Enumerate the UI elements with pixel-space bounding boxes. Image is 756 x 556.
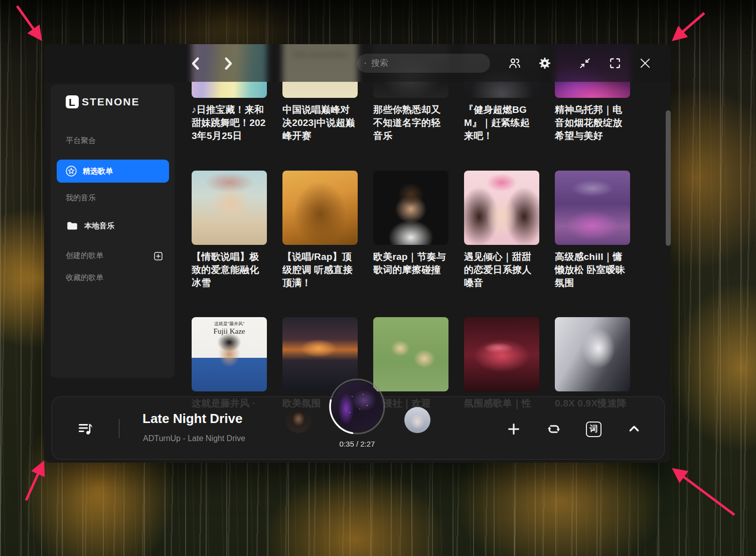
- logo-letter: L: [69, 96, 75, 109]
- accounts-button[interactable]: [508, 56, 522, 70]
- playlist-cover[interactable]: [555, 171, 630, 245]
- create-playlist-button[interactable]: [153, 251, 164, 261]
- search-icon: [364, 58, 366, 68]
- repeat-icon: [546, 422, 561, 437]
- scrollbar-thumb[interactable]: [666, 110, 671, 246]
- logo-icon: L: [66, 95, 79, 108]
- sidebar-item-featured-playlists[interactable]: 精选歌单: [57, 160, 169, 183]
- queue-music-icon: [76, 419, 94, 437]
- progress-ring: [327, 376, 387, 437]
- sidebar-item-favorited-playlists[interactable]: 收藏的歌单: [66, 273, 103, 283]
- add-square-icon: [153, 251, 164, 261]
- settings-button[interactable]: [538, 56, 552, 70]
- cover-sublabel: Fujii Kaze: [192, 327, 267, 336]
- sidebar-item-label: 本地音乐: [84, 221, 114, 231]
- playlist-title: 欧美rap｜节奏与歌词的摩擦碰撞: [373, 250, 448, 276]
- users-icon: [508, 56, 522, 70]
- playlist-cover[interactable]: [373, 171, 448, 245]
- playlist-title: 【情歌说唱】极致的爱意能融化冰雪: [192, 250, 267, 290]
- forward-button[interactable]: [220, 55, 236, 71]
- sidebar-item-local-music[interactable]: 本地音乐: [66, 219, 114, 232]
- track-subtitle: ADTurnUp - Late Night Drive: [143, 434, 245, 443]
- next-track-avatar[interactable]: [404, 407, 430, 433]
- playlist-title: 『健身超燃BGM』｜赶紧练起来吧！: [464, 103, 539, 143]
- player-divider: [119, 419, 119, 438]
- back-chevron-icon: [188, 55, 204, 71]
- add-to-playlist-button[interactable]: [505, 420, 523, 438]
- playlist-card[interactable]: 【情歌说唱】极致的爱意能融化冰雪: [192, 171, 267, 290]
- playlist-cover[interactable]: 这就是"藤井风" Fujii Kaze: [192, 317, 267, 391]
- lyrics-button[interactable]: 词: [584, 420, 602, 438]
- playlist-title: 中国说唱巅峰对决2023|中说超巅峰开赛: [282, 103, 358, 143]
- playlist-title: 遇见倾心｜甜甜的恋爱日系撩人嗓音: [464, 250, 539, 290]
- playback-time: 0:35 / 2:27: [322, 440, 392, 448]
- chevron-up-icon: [627, 422, 641, 436]
- lyrics-icon: 词: [586, 422, 601, 437]
- sidebar-item-platform-aggregate[interactable]: 平台聚合: [66, 136, 96, 146]
- app-window: ♪日推宝藏！来和甜妹跳舞吧！2023年5月25日 THE RAPCHINA 中国…: [44, 44, 671, 463]
- playlist-cover[interactable]: [192, 171, 267, 245]
- playlist-cover[interactable]: [464, 171, 539, 245]
- playlist-title: 精神乌托邦｜电音如烟花般绽放希望与美好: [555, 103, 630, 143]
- top-bar: [44, 44, 671, 82]
- gear-icon: [538, 56, 552, 70]
- playlist-card[interactable]: 欧美rap｜节奏与歌词的摩擦碰撞: [373, 171, 448, 290]
- repeat-mode-button[interactable]: [545, 420, 563, 438]
- cover-label: 这就是"藤井风": [192, 321, 267, 327]
- now-playing-disc[interactable]: [327, 376, 387, 437]
- fullscreen-icon: [608, 56, 622, 70]
- app-logo: L STENONE: [66, 95, 140, 108]
- playlist-title: 【说唱/Rap】顶级腔调 听感直接顶满！: [282, 250, 358, 290]
- playlist-card[interactable]: 遇见倾心｜甜甜的恋爱日系撩人嗓音: [464, 171, 539, 290]
- brand-name: STENONE: [82, 96, 140, 108]
- sidebar-item-my-music[interactable]: 我的音乐: [66, 193, 96, 203]
- previous-track-avatar[interactable]: [285, 407, 312, 433]
- collapse-player-button[interactable]: [625, 420, 643, 438]
- playlist-title: 高级感chill｜慵懒放松 卧室暧昧氛围: [555, 250, 630, 290]
- playlist-card[interactable]: 【说唱/Rap】顶级腔调 听感直接顶满！: [282, 171, 358, 290]
- back-button[interactable]: [188, 55, 204, 71]
- search-box[interactable]: [357, 54, 490, 73]
- queue-button[interactable]: [76, 419, 94, 437]
- star-circle-icon: [65, 165, 77, 177]
- sidebar: L STENONE 平台聚合 精选歌单 我的音乐 本地音乐 创建的歌单 收藏的歌…: [51, 84, 175, 378]
- playlist-grid-row-2: 【情歌说唱】极致的爱意能融化冰雪 【说唱/Rap】顶级腔调 听感直接顶满！ 欧美…: [192, 171, 630, 290]
- sidebar-item-label: 精选歌单: [83, 167, 113, 176]
- screen: { "topbar": { "search_placeholder": "搜索"…: [0, 0, 756, 556]
- track-title: Late Night Drive: [142, 411, 242, 427]
- playlist-cover[interactable]: [555, 317, 630, 391]
- playlist-title: ♪日推宝藏！来和甜妹跳舞吧！2023年5月25日: [192, 103, 267, 143]
- shrink-window-button[interactable]: [578, 56, 592, 70]
- playlist-cover[interactable]: [282, 171, 358, 245]
- folder-icon: [66, 219, 79, 232]
- search-input[interactable]: [370, 58, 483, 69]
- fullscreen-button[interactable]: [608, 56, 622, 70]
- playlist-title: 那些你熟悉却又不知道名字的轻音乐: [373, 103, 448, 143]
- playlist-card[interactable]: 高级感chill｜慵懒放松 卧室暧昧氛围: [555, 171, 630, 290]
- shrink-window-icon: [578, 56, 592, 70]
- playlist-cover[interactable]: [464, 317, 539, 391]
- sidebar-item-created-playlists[interactable]: 创建的歌单: [66, 251, 103, 260]
- forward-chevron-icon: [220, 55, 236, 71]
- close-icon: [638, 56, 652, 70]
- close-window-button[interactable]: [638, 56, 652, 70]
- plus-icon: [506, 422, 521, 437]
